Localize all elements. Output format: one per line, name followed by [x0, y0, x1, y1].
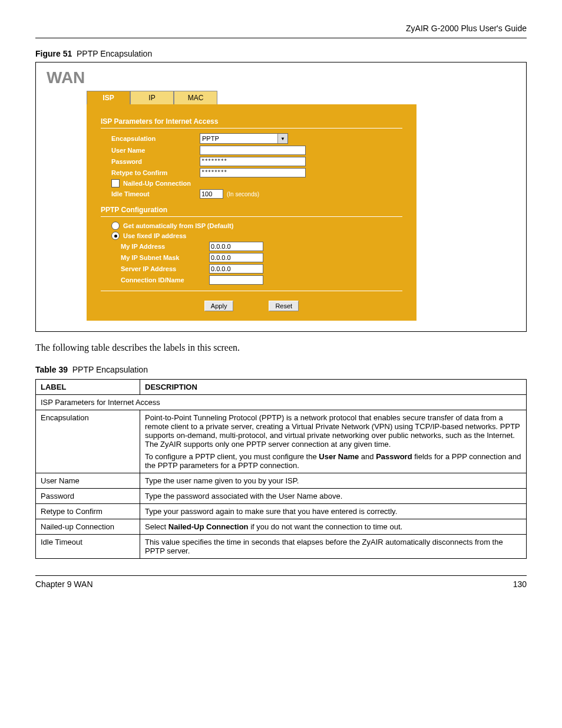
- radio-fixed[interactable]: [111, 232, 120, 240]
- row-idle: Idle Timeout (In seconds): [111, 189, 402, 199]
- figure-label: Figure 51: [35, 49, 72, 58]
- table-row: Encapsulation Point-to-Point Tunneling P…: [36, 410, 527, 473]
- radio-dot-icon: [114, 235, 117, 238]
- desc-text: and: [359, 452, 376, 461]
- nailed-checkbox[interactable]: [111, 179, 120, 187]
- row-encapsulation: Encapsulation PPTP ▼: [111, 133, 402, 144]
- table-title: PPTP Encapsulation: [72, 365, 148, 374]
- desc-text: Select: [145, 522, 168, 531]
- section-divider: [101, 128, 402, 129]
- td-desc: Type the password associated with the Us…: [140, 489, 527, 504]
- desc-p2: To configure a PPTP client, you must con…: [145, 452, 521, 470]
- label-encapsulation: Encapsulation: [111, 135, 200, 142]
- td-desc: Type the user name given to you by your …: [140, 473, 527, 489]
- desc-bold: Nailed-Up Connection: [168, 522, 249, 531]
- body-paragraph: The following table describes the labels…: [35, 342, 527, 353]
- row-my-subnet: My IP Subnet Mask: [121, 253, 402, 262]
- figure-title: PPTP Encapsulation: [77, 49, 152, 58]
- form-body: ISP Parameters for Internet Access Encap…: [87, 104, 416, 321]
- footer-page-number: 130: [513, 579, 527, 589]
- description-table: LABEL DESCRIPTION ISP Parameters for Int…: [35, 379, 527, 559]
- label-my-ip: My IP Address: [121, 243, 209, 250]
- desc-bold: Password: [376, 452, 412, 461]
- row-server-ip: Server IP Address: [121, 264, 402, 274]
- header-rule: [35, 38, 527, 38]
- td-desc: This value specifies the time in seconds…: [140, 535, 527, 559]
- label-radio-auto: Get automatically from ISP (Default): [123, 222, 233, 229]
- tab-ip[interactable]: IP: [130, 91, 174, 104]
- password-input[interactable]: ********: [200, 157, 306, 166]
- idle-input[interactable]: [200, 189, 223, 199]
- td-label: Retype to Confirm: [36, 504, 140, 519]
- apply-button[interactable]: Apply: [204, 301, 234, 311]
- table-row: Retype to Confirm Type your password aga…: [36, 504, 527, 519]
- row-retype: Retype to Confirm ********: [111, 168, 402, 177]
- td-section: ISP Parameters for Internet Access: [36, 395, 527, 410]
- section-divider-2: [101, 216, 402, 217]
- td-desc: Select Nailed-Up Connection if you do no…: [140, 519, 527, 535]
- reset-button[interactable]: Reset: [269, 301, 299, 311]
- label-my-subnet: My IP Subnet Mask: [121, 254, 209, 261]
- username-input[interactable]: [200, 146, 306, 155]
- desc-bold: User Name: [319, 452, 359, 461]
- screenshot-frame: WAN ISP IP MAC ISP Parameters for Intern…: [35, 62, 527, 332]
- section-isp-heading: ISP Parameters for Internet Access: [101, 117, 402, 126]
- table-caption: Table 39 PPTP Encapsulation: [35, 365, 527, 374]
- desc-p1: Point-to-Point Tunneling Protocol (PPTP)…: [145, 413, 521, 449]
- encapsulation-select[interactable]: PPTP ▼: [200, 133, 288, 144]
- app-panel: ISP IP MAC ISP Parameters for Internet A…: [87, 91, 416, 321]
- label-password: Password: [111, 158, 200, 165]
- table-section-row: ISP Parameters for Internet Access: [36, 395, 527, 410]
- server-ip-input[interactable]: [209, 264, 263, 274]
- table-row: Password Type the password associated wi…: [36, 489, 527, 504]
- conn-id-input[interactable]: [209, 275, 263, 285]
- row-conn-id: Connection ID/Name: [121, 275, 402, 285]
- page-footer: Chapter 9 WAN 130: [35, 575, 527, 589]
- row-username: User Name: [111, 146, 402, 155]
- table-header-row: LABEL DESCRIPTION: [36, 380, 527, 395]
- dropdown-arrow-icon: ▼: [277, 134, 287, 143]
- row-password: Password ********: [111, 157, 402, 166]
- retype-input[interactable]: ********: [200, 168, 306, 177]
- th-label: LABEL: [36, 380, 140, 395]
- label-retype: Retype to Confirm: [111, 169, 200, 176]
- row-radio-fixed: Use fixed IP address: [111, 232, 402, 240]
- label-radio-fixed: Use fixed IP address: [123, 232, 186, 239]
- label-nailed: Nailed-Up Connection: [123, 180, 191, 187]
- encapsulation-value: PPTP: [200, 135, 277, 142]
- table-row: User Name Type the user name given to yo…: [36, 473, 527, 489]
- tab-isp[interactable]: ISP: [87, 91, 130, 104]
- table-label: Table 39: [35, 365, 68, 374]
- table-row: Idle Timeout This value specifies the ti…: [36, 535, 527, 559]
- radio-auto[interactable]: [111, 222, 120, 230]
- label-username: User Name: [111, 147, 200, 154]
- td-label: Password: [36, 489, 140, 504]
- row-radio-auto: Get automatically from ISP (Default): [111, 222, 402, 230]
- row-nailed: Nailed-Up Connection: [111, 179, 402, 187]
- idle-note: (In seconds): [227, 191, 259, 197]
- my-subnet-input[interactable]: [209, 253, 263, 262]
- my-ip-input[interactable]: [209, 242, 263, 251]
- label-idle: Idle Timeout: [111, 190, 200, 197]
- td-label: User Name: [36, 473, 140, 489]
- app-page-title: WAN: [47, 68, 515, 87]
- label-server-ip: Server IP Address: [121, 265, 209, 272]
- button-row: Apply Reset: [101, 301, 402, 311]
- td-label: Encapsulation: [36, 410, 140, 473]
- doc-header-title: ZyAIR G-2000 Plus User's Guide: [35, 24, 527, 33]
- section-divider-3: [101, 291, 402, 291]
- td-label: Nailed-up Connection: [36, 519, 140, 535]
- label-conn-id: Connection ID/Name: [121, 276, 209, 284]
- section-pptp-heading: PPTP Configuration: [101, 206, 402, 214]
- footer-chapter: Chapter 9 WAN: [35, 579, 93, 589]
- td-label: Idle Timeout: [36, 535, 140, 559]
- tab-bar: ISP IP MAC: [87, 91, 416, 104]
- table-row: Nailed-up Connection Select Nailed-Up Co…: [36, 519, 527, 535]
- figure-caption: Figure 51 PPTP Encapsulation: [35, 49, 527, 58]
- td-desc: Type your password again to make sure th…: [140, 504, 527, 519]
- td-desc: Point-to-Point Tunneling Protocol (PPTP)…: [140, 410, 527, 473]
- desc-text: if you do not want the connection to tim…: [249, 522, 403, 531]
- desc-text: To configure a PPTP client, you must con…: [145, 452, 319, 461]
- th-desc: DESCRIPTION: [140, 380, 527, 395]
- tab-mac[interactable]: MAC: [174, 91, 217, 104]
